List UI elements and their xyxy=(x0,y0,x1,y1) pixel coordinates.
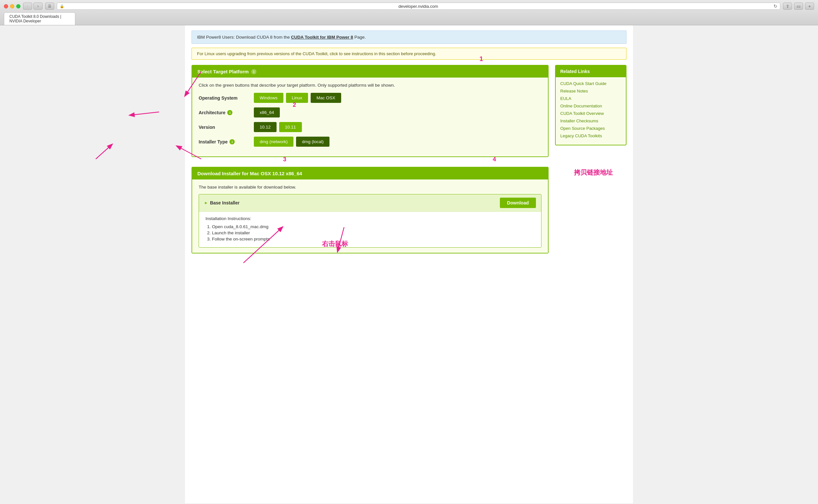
arch-row: Architecture i x86_64 2 xyxy=(199,107,541,117)
content-area: 1 Select Target Platform i Click on the … xyxy=(192,65,549,259)
btn-dmg-network[interactable]: dmg (network) xyxy=(254,137,293,147)
btn-10-12[interactable]: 10.12 xyxy=(254,122,277,132)
os-buttons: Windows Linux Mac OSX xyxy=(254,93,341,103)
main-layout: 1 Select Target Platform i Click on the … xyxy=(192,65,626,259)
installer-title-text: Base Installer xyxy=(210,200,240,205)
installer-type-label: Installer Type i xyxy=(199,139,254,144)
related-links-title: Related Links xyxy=(560,69,621,74)
version-row: Version 10.12 10.11 xyxy=(199,122,541,132)
version-label: Version xyxy=(199,125,254,130)
link-legacy-cuda-toolkits[interactable]: Legacy CUDA Toolkits xyxy=(560,133,621,138)
minimize-button[interactable] xyxy=(10,4,14,8)
btn-10-11[interactable]: 10.11 xyxy=(279,122,302,132)
related-links-box: Related Links CUDA Quick Start Guide Rel… xyxy=(555,65,626,145)
close-button[interactable] xyxy=(4,4,8,8)
installer-type-row: Installer Type i dmg (network) dmg (loca… xyxy=(199,137,541,147)
sidebar: Related Links CUDA Quick Start Guide Rel… xyxy=(555,65,626,145)
reload-button[interactable]: ↻ xyxy=(774,4,777,9)
download-section-header: Download Installer for Mac OSX 10.12 x86… xyxy=(192,167,548,179)
nav-buttons: ‹ › xyxy=(23,3,43,10)
btn-x86_64[interactable]: x86_64 xyxy=(254,107,280,117)
link-open-source-packages[interactable]: Open Source Packages xyxy=(560,126,621,131)
step3-annotation: 3 xyxy=(283,156,286,163)
linux-upgrade-banner[interactable]: For Linux users upgrading from previous … xyxy=(192,48,626,60)
installer-type-info-icon[interactable]: i xyxy=(229,139,235,144)
banner-blue-suffix: Page. xyxy=(354,35,366,40)
tab-overview-button[interactable]: ▭ xyxy=(794,3,803,10)
btn-windows[interactable]: Windows xyxy=(254,93,283,103)
os-row: Operating System Windows Linux Mac OSX xyxy=(199,93,541,103)
link-installer-checksums[interactable]: Installer Checksums xyxy=(560,118,621,123)
download-section-title: Download Installer for Mac OSX 10.12 x86… xyxy=(197,171,543,176)
download-btn-wrapper: Download 在新标签页中打开链接 在新窗口中打开链接 下载链接文件 下载链… xyxy=(500,198,536,208)
link-release-notes[interactable]: Release Notes xyxy=(560,89,621,93)
share-button[interactable]: ⇧ xyxy=(783,3,792,10)
browser-actions: ⇧ ▭ + xyxy=(783,3,814,10)
arch-label: Architecture i xyxy=(199,110,254,115)
related-links-header: Related Links xyxy=(556,66,626,77)
version-buttons: 10.12 10.11 xyxy=(254,122,302,132)
sidebar-button[interactable]: ☰ xyxy=(45,3,54,10)
active-tab[interactable]: CUDA Toolkit 8.0 Downloads | NVIDIA Deve… xyxy=(4,12,75,25)
page-content: IBM Power8 Users: Download CUDA 8 from t… xyxy=(185,25,633,503)
install-step-3: Follow the on-screen prompts xyxy=(212,237,535,241)
download-section: Download Installer for Mac OSX 10.12 x86… xyxy=(192,167,549,253)
ibm-power8-banner: IBM Power8 Users: Download CUDA 8 from t… xyxy=(192,31,626,44)
installer-box-header: ► Base Installer Download 在新标签页中打开链接 在新窗… xyxy=(199,194,541,212)
platform-selector-title: Select Target Platform xyxy=(197,69,249,74)
link-online-docs[interactable]: Online Documentation xyxy=(560,104,621,108)
platform-info-icon[interactable]: i xyxy=(251,69,256,74)
titlebar: ‹ › ☰ 🔒 developer.nvidia.com ↻ ⇧ ▭ + xyxy=(4,3,814,10)
download-section-body: The base installer is available for down… xyxy=(192,179,548,253)
arch-info-icon[interactable]: i xyxy=(227,110,232,115)
platform-selector-description: Click on the green buttons that describe… xyxy=(199,83,541,88)
installation-steps: Open cuda_8.0.61_mac.dmg Launch the inst… xyxy=(212,224,535,241)
os-label: Operating System xyxy=(199,95,254,101)
link-cuda-toolkit-overview[interactable]: CUDA Toolkit Overview xyxy=(560,111,621,116)
copy-link-annotation: 拷贝链接地址 xyxy=(574,168,613,177)
platform-selector: 1 Select Target Platform i Click on the … xyxy=(192,65,549,157)
cuda-toolkit-ibm-link[interactable]: CUDA Toolkit for IBM Power 8 xyxy=(291,35,353,40)
install-step-1: Open cuda_8.0.61_mac.dmg xyxy=(212,224,535,229)
back-button[interactable]: ‹ xyxy=(23,3,32,10)
installer-type-buttons: dmg (network) dmg (local) xyxy=(254,137,329,147)
install-step-2: Launch the installer xyxy=(212,230,535,235)
related-links-body: CUDA Quick Start Guide Release Notes EUL… xyxy=(556,77,626,145)
platform-selector-body: Click on the green buttons that describe… xyxy=(192,78,548,156)
step4-annotation: 4 xyxy=(493,156,496,163)
platform-selector-header: Select Target Platform i xyxy=(192,66,548,78)
lock-icon: 🔒 xyxy=(60,4,64,8)
download-button[interactable]: Download xyxy=(500,198,536,208)
link-eula[interactable]: EULA xyxy=(560,96,621,101)
download-section-description: The base installer is available for down… xyxy=(199,185,541,190)
browser-chrome: ‹ › ☰ 🔒 developer.nvidia.com ↻ ⇧ ▭ + CUD… xyxy=(0,0,818,25)
linux-upgrade-text: For Linux users upgrading from previous … xyxy=(197,51,436,56)
installer-chevron: ► xyxy=(204,201,208,205)
address-bar[interactable]: 🔒 developer.nvidia.com ↻ xyxy=(57,3,780,10)
installation-instructions-label: Installation Instructions: xyxy=(205,216,535,221)
installer-box: ► Base Installer Download 在新标签页中打开链接 在新窗… xyxy=(199,194,541,248)
btn-linux[interactable]: Linux xyxy=(286,93,308,103)
url-text: developer.nvidia.com xyxy=(66,4,771,9)
banner-blue-text: IBM Power8 Users: Download CUDA 8 from t… xyxy=(197,35,291,40)
installer-title: ► Base Installer xyxy=(204,200,240,205)
installer-wrapper: ► Base Installer Download 在新标签页中打开链接 在新窗… xyxy=(199,194,541,248)
tab-bar: CUDA Toolkit 8.0 Downloads | NVIDIA Deve… xyxy=(4,12,814,25)
maximize-button[interactable] xyxy=(16,4,20,8)
arch-buttons: x86_64 xyxy=(254,107,280,117)
btn-macosx[interactable]: Mac OSX xyxy=(311,93,341,103)
forward-button[interactable]: › xyxy=(33,3,43,10)
link-cuda-quick-start[interactable]: CUDA Quick Start Guide xyxy=(560,81,621,86)
traffic-lights xyxy=(4,4,20,8)
installer-box-body: Installation Instructions: Open cuda_8.0… xyxy=(199,212,541,247)
btn-dmg-local[interactable]: dmg (local) xyxy=(296,137,329,147)
new-tab-button[interactable]: + xyxy=(805,3,814,10)
